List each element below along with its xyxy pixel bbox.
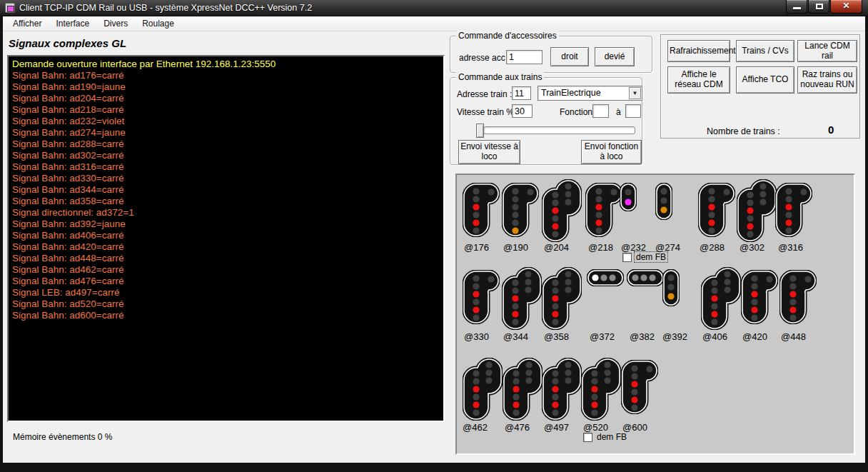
acc-address-input[interactable] (506, 50, 542, 64)
menu-afficher[interactable]: Afficher (6, 17, 49, 30)
menu-interface[interactable]: Interface (49, 17, 96, 30)
signal-lamp (804, 276, 811, 282)
signal-lamp (609, 274, 615, 281)
signal-462[interactable] (463, 358, 503, 421)
window-controls: ✕ (785, 0, 862, 14)
window-title: Client TCP-IP CDM Rail ou USB - système … (19, 0, 312, 16)
console-line: Signal Bahn: ad520=carré (12, 298, 440, 310)
devie-button[interactable]: devié (595, 47, 635, 66)
menu-roulage[interactable]: Roulage (135, 17, 181, 30)
signal-lamp (513, 409, 519, 416)
droit-button[interactable]: droit (550, 47, 589, 66)
trains-cvs-button[interactable]: Trains / CVs (736, 40, 794, 62)
signal-lamp (751, 291, 757, 297)
train-speed-input[interactable] (512, 104, 533, 118)
signal-lamp (552, 386, 558, 392)
signal-372[interactable] (587, 269, 624, 286)
signal-344[interactable] (502, 267, 542, 330)
close-icon: ✕ (831, 1, 862, 11)
close-button[interactable]: ✕ (830, 0, 862, 14)
signal-lamp (473, 401, 479, 408)
signal-497[interactable] (542, 358, 582, 421)
chevron-down-icon[interactable]: ▼ (629, 87, 641, 99)
console-line: Signal Bahn: ad344=carré (12, 184, 440, 196)
signal-lamp (525, 361, 532, 368)
signal-392[interactable] (662, 269, 680, 306)
affiche-le-r-seau-cdm-button[interactable]: Affiche le réseau CDM (667, 66, 730, 94)
signal-lamp (625, 199, 631, 205)
signal-358[interactable] (542, 267, 582, 330)
signal-176[interactable] (463, 183, 500, 237)
signal-lamp (667, 274, 674, 281)
signal-label-358: @358 (544, 331, 569, 342)
signal-lamp (473, 204, 479, 210)
send-function-button[interactable]: Envoi fonction à loco (581, 140, 642, 164)
send-speed-button[interactable]: Envoi vitesse à loco (458, 140, 520, 164)
signal-232[interactable] (620, 183, 637, 211)
signal-lamp (473, 298, 479, 305)
signal-lamp (512, 188, 518, 194)
signal-lamp (789, 298, 796, 305)
train-speed-label: Vitesse train % (457, 107, 514, 117)
console-line: Signal Bahn: ad358=carré (12, 196, 440, 207)
signal-lamp (485, 361, 492, 368)
signal-lamp (592, 274, 598, 281)
signal-218[interactable] (585, 183, 622, 237)
dem-fb-checkbox-2[interactable] (583, 433, 592, 442)
speed-slider-thumb[interactable] (476, 124, 484, 138)
signal-476[interactable] (503, 358, 542, 421)
signal-lamp (565, 191, 571, 197)
signal-label-392: @392 (662, 331, 687, 342)
lance-cdm-rail-button[interactable]: Lance CDM rail (797, 40, 857, 62)
signal-label-274: @274 (655, 242, 680, 253)
signal-lamp (789, 283, 796, 289)
accessories-group: Commande d'accessoires adresse acc droit… (450, 36, 652, 73)
train-type-select[interactable]: TrainElectrique ▼ (538, 86, 642, 101)
signal-lamp (631, 396, 637, 403)
client-area: Signaux complexes GL Demande ouverture i… (3, 31, 865, 463)
console-line: Signal Bahn: ad330=carré (12, 173, 440, 184)
signal-lamp (512, 204, 518, 210)
signal-lamp (591, 386, 597, 392)
dem-fb-checkbox-1[interactable] (622, 253, 632, 262)
signal-lamp (565, 286, 571, 293)
function-from-input[interactable] (592, 104, 609, 118)
signal-lamp (512, 311, 518, 317)
signal-330[interactable] (463, 270, 500, 324)
signal-lamp (512, 303, 518, 309)
signal-lamp (513, 401, 519, 408)
speed-slider-track[interactable] (483, 126, 635, 134)
minimize-button[interactable] (786, 0, 807, 14)
train-address-input[interactable] (512, 86, 531, 100)
signal-448[interactable] (779, 270, 817, 324)
menu-divers[interactable]: Divers (96, 17, 135, 30)
signal-274[interactable] (655, 183, 672, 220)
signal-lamp (667, 293, 674, 299)
signal-lamp (632, 274, 638, 281)
raz-trains-ou-nouveau-run-button[interactable]: Raz trains ou nouveau RUN (797, 66, 857, 94)
signal-lamp (747, 231, 753, 237)
affiche-tco-button[interactable]: Affiche TCO (736, 66, 794, 94)
signal-382[interactable] (627, 269, 664, 286)
signal-190[interactable] (502, 183, 539, 237)
signal-420[interactable] (741, 270, 778, 324)
titlebar[interactable]: Client TCP-IP CDM Rail ou USB - système … (0, 0, 868, 16)
signal-600[interactable] (621, 360, 658, 414)
signal-label-600: @600 (622, 422, 647, 433)
signal-406[interactable] (701, 267, 741, 330)
signal-lamp (525, 278, 531, 285)
function-to-input[interactable] (625, 104, 641, 118)
signal-302[interactable] (737, 179, 777, 242)
signal-lamp (766, 276, 772, 282)
signal-lamp (649, 274, 655, 281)
maximize-button[interactable] (808, 0, 829, 14)
signal-316[interactable] (775, 183, 812, 237)
signal-520[interactable] (581, 358, 621, 421)
signal-204[interactable] (542, 179, 582, 242)
signal-lamp (660, 206, 667, 213)
signal-288[interactable] (698, 183, 735, 237)
event-console[interactable]: Demande ouverture interface par Ethernet… (7, 55, 445, 422)
rafraichissement-button[interactable]: Rafraichissement (667, 40, 730, 62)
signal-lamp (552, 231, 558, 237)
console-line: Signal Bahn: ad420=carré (12, 241, 440, 253)
